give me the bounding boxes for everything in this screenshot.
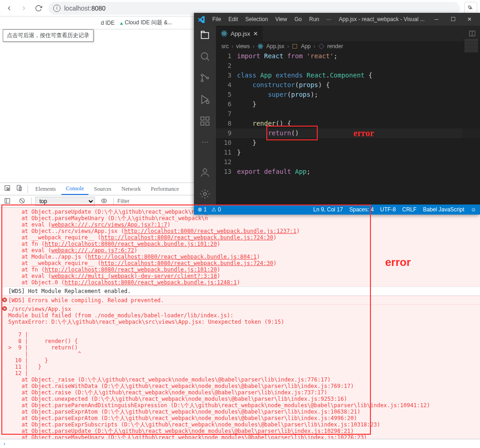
svg-rect-7 xyxy=(201,122,204,125)
vscode-window-title: App.jsx - react_webpack - Visual ... xyxy=(334,16,430,22)
svg-rect-25 xyxy=(5,198,10,203)
status-feedback-icon[interactable]: ☺ xyxy=(471,206,476,213)
svg-point-1 xyxy=(201,74,203,76)
inspect-element-icon[interactable] xyxy=(2,185,13,193)
svg-point-2 xyxy=(201,80,203,82)
back-tooltip: 点击可后退，按住可查看历史记录 xyxy=(3,29,94,42)
tab-network[interactable]: Network xyxy=(117,183,145,195)
react-icon xyxy=(221,30,228,37)
editor-area: App.jsx ✕ src› views› App.jsx› App› rend… xyxy=(216,26,480,205)
svg-rect-5 xyxy=(201,117,204,120)
error-annotation: error xyxy=(353,128,374,138)
bookmark-item[interactable]: ▴Cloud IDE 问题 &... xyxy=(120,19,172,27)
editor-tab[interactable]: App.jsx ✕ xyxy=(216,26,263,41)
status-encoding[interactable]: UTF-8 xyxy=(380,206,396,213)
bookmark-item[interactable]: d IDE xyxy=(101,20,115,26)
account-icon[interactable] xyxy=(199,167,210,179)
min-button[interactable]: ─ xyxy=(430,16,443,22)
svg-point-3 xyxy=(207,77,209,79)
more-icon[interactable]: ··· xyxy=(201,137,208,147)
svg-rect-20 xyxy=(293,44,297,48)
filter-input[interactable] xyxy=(117,197,191,206)
scm-icon[interactable] xyxy=(199,72,210,85)
error-highlight-box xyxy=(266,126,318,140)
code-editor[interactable]: 12345678910111213 import React from 'rea… xyxy=(216,51,480,205)
tab-close-icon[interactable]: ✕ xyxy=(253,30,258,37)
close-button[interactable]: ✕ xyxy=(463,16,476,22)
status-spaces[interactable]: Spaces: 4 xyxy=(349,206,374,213)
vscode-menu: File Edit Selection View Go Run ··· xyxy=(210,15,334,23)
breadcrumb[interactable]: src› views› App.jsx› App› render xyxy=(216,41,480,51)
search-icon[interactable] xyxy=(199,51,210,63)
vscode-titlebar[interactable]: File Edit Selection View Go Run ··· App.… xyxy=(194,13,480,26)
svg-point-11 xyxy=(224,33,225,34)
menu-run[interactable]: Run xyxy=(306,15,322,23)
svg-point-16 xyxy=(260,46,261,47)
status-bar: ⊗ 1 ⚠ 0 Ln 9, Col 17 Spaces: 4 UTF-8 CRL… xyxy=(194,205,480,215)
reload-button[interactable] xyxy=(32,2,45,15)
error-annotation: error xyxy=(385,256,411,269)
svg-point-0 xyxy=(201,53,208,59)
tab-row: App.jsx ✕ xyxy=(216,26,480,41)
react-icon xyxy=(257,43,264,50)
status-errors[interactable]: ⊗ 1 xyxy=(198,206,207,213)
max-button[interactable]: ☐ xyxy=(446,16,460,22)
menu-selection[interactable]: Selection xyxy=(243,15,270,23)
settings-icon[interactable] xyxy=(199,188,210,201)
class-icon xyxy=(292,43,298,50)
vscode-window: File Edit Selection View Go Run ··· App.… xyxy=(194,13,480,215)
menu-go[interactable]: Go xyxy=(292,15,304,23)
status-language[interactable]: Babel JavaScript xyxy=(423,206,464,213)
back-button[interactable] xyxy=(3,2,16,15)
status-position[interactable]: Ln 9, Col 17 xyxy=(313,206,343,213)
console-prompt[interactable]: › xyxy=(0,439,480,448)
svg-point-10 xyxy=(204,193,206,195)
tab-elements[interactable]: Elements xyxy=(31,183,61,195)
minimap[interactable] xyxy=(463,39,480,205)
method-icon xyxy=(318,43,325,50)
console-sidebar-toggle-icon[interactable] xyxy=(2,198,13,205)
live-expression-icon[interactable] xyxy=(99,198,110,205)
site-info-icon[interactable]: i xyxy=(53,5,61,12)
tab-sources[interactable]: Sources xyxy=(89,183,116,195)
menu-view[interactable]: View xyxy=(272,15,290,23)
console-output[interactable]: at Object.parseUpdate (D:\个人\github\reac… xyxy=(0,208,480,439)
debug-icon[interactable] xyxy=(199,94,210,106)
vscode-logo-icon xyxy=(198,16,205,23)
svg-point-9 xyxy=(203,169,207,172)
tab-label: App.jsx xyxy=(231,30,250,37)
svg-rect-23 xyxy=(17,185,20,190)
status-warnings[interactable]: ⚠ 0 xyxy=(211,206,221,213)
device-toggle-icon[interactable] xyxy=(14,185,25,193)
status-eol[interactable]: CRLF xyxy=(402,206,416,213)
menu-file[interactable]: File xyxy=(210,15,224,23)
svg-point-4 xyxy=(206,101,209,104)
menu-more[interactable]: ··· xyxy=(324,15,334,23)
tab-performance[interactable]: Performance xyxy=(146,183,183,195)
clear-console-icon[interactable] xyxy=(17,198,28,205)
explorer-icon[interactable] xyxy=(199,29,210,42)
url-port: 8080 xyxy=(91,5,105,12)
tab-console[interactable]: Console xyxy=(61,183,88,195)
svg-rect-21 xyxy=(319,44,324,49)
extensions-icon[interactable] xyxy=(199,116,210,128)
activity-bar: ··· xyxy=(194,26,216,205)
forward-button[interactable] xyxy=(17,2,30,15)
url-host: localhost: xyxy=(64,5,91,12)
svg-point-27 xyxy=(103,200,105,202)
menu-edit[interactable]: Edit xyxy=(226,15,241,23)
context-select[interactable]: top xyxy=(35,197,95,206)
svg-rect-6 xyxy=(206,117,209,120)
devtools-panel: Elements Console Sources Network Perform… xyxy=(0,183,480,448)
svg-rect-8 xyxy=(206,122,209,125)
